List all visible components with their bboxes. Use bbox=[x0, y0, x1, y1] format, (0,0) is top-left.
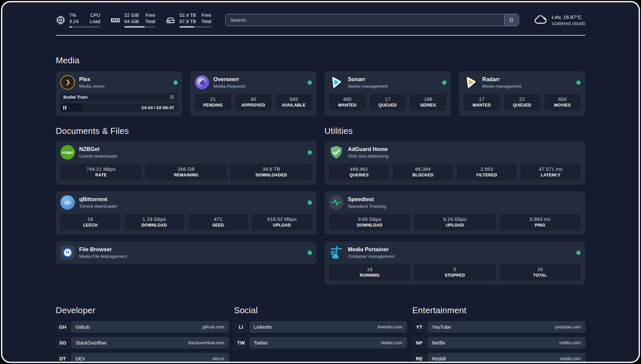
storage-free-value: 52.4 TB bbox=[179, 12, 196, 18]
status-dot bbox=[576, 251, 581, 255]
cpu-label: CPU bbox=[90, 12, 100, 18]
bookmark-abbr: SO bbox=[56, 337, 70, 349]
header: 7% 3.24 CPU Load bbox=[56, 12, 585, 28]
status-dot bbox=[576, 80, 581, 85]
app-card-portainer[interactable]: Media Portainer Container management 16 … bbox=[324, 241, 585, 285]
bookmark-abbr: TW bbox=[234, 337, 248, 349]
storage-free-label: Free bbox=[201, 12, 211, 18]
cloud-icon bbox=[534, 13, 547, 28]
app-subtitle: DNS and adblocking bbox=[348, 153, 388, 159]
stat-remaining: 266 GB REMAINING bbox=[145, 164, 227, 180]
app-name: Media Portainer bbox=[348, 246, 394, 253]
stat-pending: 21 PENDING bbox=[195, 94, 231, 110]
memory-free-value: 22 GiB bbox=[124, 12, 139, 18]
bookmark-abbr: DT bbox=[56, 353, 70, 363]
bookmark-youtube[interactable]: YT YouTube youtube.com bbox=[412, 321, 585, 333]
app-card-sonarr[interactable]: Sonarr Series management 485 WANTED 17 Q… bbox=[324, 71, 451, 116]
app-name: Speedtest bbox=[348, 196, 386, 203]
section-media: Media Plex Media server Bullet Train bbox=[56, 55, 585, 116]
app-card-qbittorrent[interactable]: qb qBittorrent Torrent downloader 16 LEE… bbox=[56, 191, 317, 235]
section-utilities: Utilities AdGuard Home bbox=[324, 126, 585, 285]
bookmark-dev[interactable]: DT DEV dev.to bbox=[56, 353, 229, 363]
portainer-icon bbox=[329, 245, 344, 260]
app-name: qBittorrent bbox=[79, 196, 117, 203]
stat-available: 945 AVAILABLE bbox=[276, 94, 312, 110]
stat-wanted: 485 WANTED bbox=[329, 94, 366, 110]
cpu-stat: 7% 3.24 CPU Load bbox=[56, 12, 100, 28]
memory-stat: 22 GiB 64 GiB Free Total bbox=[110, 12, 155, 28]
stat-upload: 618.52 Mbps UPLOAD bbox=[252, 214, 312, 230]
app-subtitle: Torrent downloader bbox=[79, 203, 117, 209]
stat-rate: 744.21 Mbps RATE bbox=[60, 164, 141, 180]
cpu-load-label: Load bbox=[90, 18, 100, 25]
bookmark-stackoverflow[interactable]: SO StackOverflow stackoverflow.com bbox=[56, 337, 229, 349]
header-divider bbox=[56, 35, 585, 36]
app-name: Overseerr bbox=[214, 76, 246, 83]
app-card-radarr[interactable]: Radarr Movie management 17 WANTED 22 QUE… bbox=[459, 71, 586, 116]
storage-progress-fill bbox=[179, 26, 194, 28]
section-entertainment: Entertainment YT YouTube youtube.com NF … bbox=[412, 305, 585, 363]
app-subtitle: Media File Management bbox=[79, 254, 127, 259]
stat-seed: 471 SEED bbox=[188, 214, 248, 230]
playback-progress-fill bbox=[60, 103, 83, 112]
bookmark-reddit[interactable]: RE Reddit reddit.com bbox=[412, 353, 585, 363]
app-card-overseerr[interactable]: Overseerr Media Requests 21 PENDING 40 A… bbox=[190, 71, 317, 116]
memory-progress-bar bbox=[124, 26, 155, 28]
stat-stopped: 0 STOPPED bbox=[414, 264, 495, 281]
bookmark-linkedin[interactable]: LI LinkedIn linkedin.com bbox=[234, 321, 407, 333]
stat-series: 196 SERIES bbox=[410, 94, 446, 110]
bookmark-twitter[interactable]: TW Twitter twitter.com bbox=[234, 337, 407, 349]
app-card-speedtest[interactable]: Speedtest Speedtest Tracking 9.65 Gbps D… bbox=[324, 191, 585, 235]
stat-movies: 834 MOVIES bbox=[544, 94, 581, 110]
speedtest-icon bbox=[329, 195, 344, 210]
stat-queries: 498,461 QUERIES bbox=[329, 164, 389, 180]
stat-download: 1.19 Gbps DOWNLOAD bbox=[124, 214, 184, 230]
camera-icon bbox=[169, 94, 175, 100]
status-dot bbox=[308, 251, 312, 255]
stat-leech: 16 LEECH bbox=[60, 214, 120, 230]
cpu-progress-bar bbox=[69, 26, 100, 28]
storage-progress-bar bbox=[179, 26, 211, 28]
section-title-entertainment: Entertainment bbox=[412, 305, 585, 316]
app-subtitle: Media Requests bbox=[214, 83, 246, 89]
bookmark-github[interactable]: GH Github github.com bbox=[56, 321, 229, 333]
stat-running: 16 RUNNING bbox=[329, 264, 410, 281]
cpu-progress-fill bbox=[69, 26, 72, 28]
bookmark-abbr: YT bbox=[412, 321, 426, 333]
stat-filtered: 2,953 FILTERED bbox=[457, 164, 517, 180]
overseerr-icon bbox=[195, 75, 209, 90]
app-card-nzbget[interactable]: nzbget NZBGet Usenet downloader 744.21 M… bbox=[56, 141, 317, 185]
now-playing-title: Bullet Train bbox=[63, 95, 88, 100]
status-dot bbox=[442, 80, 446, 85]
stat-upload: 9.24 Gbps UPLOAD bbox=[414, 214, 495, 230]
stat-downloaded: 39.6 TB DOWNLOADED bbox=[231, 164, 312, 180]
section-title-social: Social bbox=[234, 305, 407, 316]
system-stats: 7% 3.24 CPU Load bbox=[56, 12, 211, 28]
app-subtitle: Container management bbox=[348, 254, 394, 259]
memory-total-value: 64 GiB bbox=[124, 18, 139, 25]
app-card-filebrowser[interactable]: File Browser Media File Management bbox=[56, 241, 317, 264]
search-input[interactable] bbox=[226, 14, 504, 26]
storage-total-value: 97.9 TB bbox=[179, 18, 196, 25]
app-card-plex[interactable]: Plex Media server Bullet Train bbox=[56, 71, 182, 116]
status-dot bbox=[308, 200, 312, 205]
app-card-adguard[interactable]: AdGuard Home DNS and adblocking 498,461 … bbox=[324, 141, 585, 185]
stat-queued: 17 QUEUED bbox=[370, 94, 406, 110]
status-dot bbox=[173, 80, 178, 85]
radarr-icon bbox=[464, 75, 478, 90]
app-subtitle: Speedtest Tracking bbox=[348, 203, 386, 209]
memory-total-label: Total bbox=[145, 18, 155, 25]
bookmark-netflix[interactable]: NF Netflix netflix.com bbox=[412, 337, 585, 349]
storage-stat: 52.4 TB 97.9 TB Free Total bbox=[165, 12, 211, 28]
search-engine-button[interactable]: G bbox=[504, 14, 519, 26]
search-bar: G bbox=[225, 14, 519, 26]
app-subtitle: Usenet downloader bbox=[79, 153, 117, 159]
cpu-load-value: 3.24 bbox=[69, 18, 78, 25]
app-name: Radarr bbox=[482, 76, 522, 83]
playback-progress: 24:44 / 02:06:47 bbox=[60, 103, 178, 112]
section-title-documents: Documents & Files bbox=[56, 126, 317, 136]
storage-total-label: Total bbox=[201, 18, 212, 25]
memory-progress-fill bbox=[124, 26, 145, 28]
app-name: AdGuard Home bbox=[348, 146, 388, 153]
stat-approved: 40 APPROVED bbox=[235, 94, 272, 110]
